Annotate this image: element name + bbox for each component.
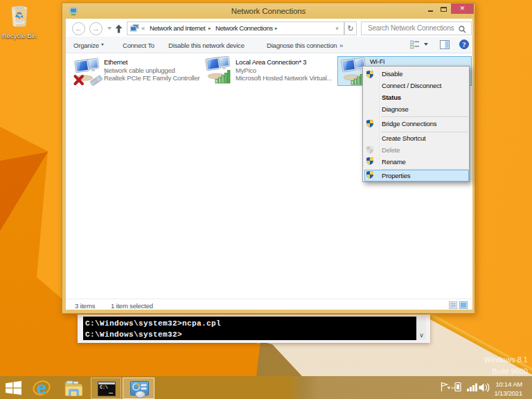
- svg-text:e: e: [37, 379, 46, 397]
- svg-text:?: ?: [463, 41, 466, 48]
